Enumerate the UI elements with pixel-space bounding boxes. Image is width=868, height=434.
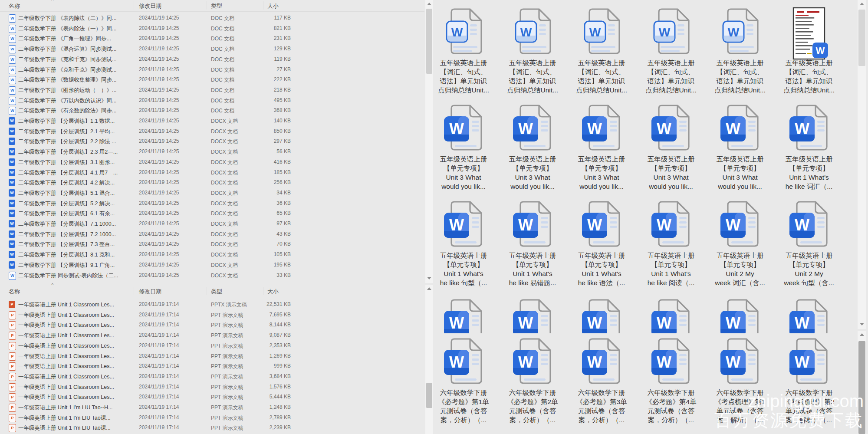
column-header-name[interactable]: 名称 <box>9 2 20 10</box>
file-modified-date: 2024/11/19 17:14 <box>139 342 200 349</box>
column-header-date-modified[interactable]: 修改日期 <box>139 288 161 296</box>
file-row[interactable]: P 一年级英语上册 Unit 1 Classroom Les... 2024/1… <box>0 310 424 320</box>
file-row[interactable]: W 二年级数学下册 【分层训练】4.1 用7—... 2024/11/19 14… <box>0 168 424 178</box>
scroll-up-icon[interactable] <box>860 333 864 336</box>
file-row[interactable]: W 二年级数学下册 【分层训练】2.3 用2—... 2024/11/19 14… <box>0 147 424 157</box>
file-size: 999 KB <box>238 363 291 369</box>
sort-ascending-icon: ^ <box>51 0 54 3</box>
column-header-size[interactable]: 大小 <box>267 288 279 296</box>
file-modified-date: 2024/11/19 14:25 <box>139 66 200 72</box>
file-size: 105 KB <box>238 251 291 257</box>
file-modified-date: 2024/11/19 14:25 <box>139 128 200 134</box>
file-row[interactable]: W 二年级数学下册 【分层训练】8.1 克和... 2024/11/19 14:… <box>0 250 424 260</box>
file-name: 二年级数学下册 《表内除法（一）》同... <box>18 25 137 33</box>
word-docx-solid-icon: W <box>776 337 842 385</box>
svg-text:W: W <box>587 216 602 234</box>
file-row[interactable]: P 一年级英语上册 Unit 1 Classroom Les... 2024/1… <box>0 299 424 310</box>
file-row[interactable]: W 二年级数学下册 【分层训练】7.3 整百... 2024/11/19 14:… <box>0 239 424 250</box>
column-divider[interactable] <box>263 287 263 295</box>
file-row[interactable]: P 一年级英语上册 Unit 1 Classroom Les... 2024/1… <box>0 351 424 362</box>
file-modified-date: 2024/11/19 14:25 <box>139 179 200 185</box>
file-row[interactable]: P 一年级英语上册 Unit 1 I'm LIU Tao课... 2024/11… <box>0 413 424 423</box>
column-header-size[interactable]: 大小 <box>267 2 279 10</box>
file-name: 二年级数学下册 【分层训练】3.1 图形... <box>18 159 137 166</box>
file-row[interactable]: W 二年级数学下册 《万以内数的认识》同... 2024/11/19 14:25… <box>0 95 424 106</box>
column-divider[interactable] <box>263 1 263 10</box>
svg-text:W: W <box>657 314 671 332</box>
file-row[interactable]: W 二年级数学下册 【分层训练】7.2 1000... 2024/11/19 1… <box>0 229 424 240</box>
file-name: 二年级数学下册 【分层训练】6.1 有余... <box>18 210 137 217</box>
file-row[interactable]: W 二年级数学下册 【分层训练】3.1 图形... 2024/11/19 14:… <box>0 157 424 168</box>
file-row[interactable]: P 一年级英语上册 Unit 1 Classroom Les... 2024/1… <box>0 330 424 341</box>
file-row[interactable]: P 一年级英语上册 Unit 1 Classroom Les... 2024/1… <box>0 341 424 351</box>
file-size: 34 KB <box>238 190 291 196</box>
file-row[interactable]: W 二年级数学下册 《广角—推理》同步... 2024/11/19 14:25 … <box>0 33 424 44</box>
file-name: 二年级数学下册 【分层训练】8.1 克和... <box>18 251 137 259</box>
file-size: 119 KB <box>238 56 291 62</box>
file-row[interactable]: P 一年级英语上册 Unit 1 I'm LIU Tao--H... 2024/… <box>0 402 424 413</box>
file-row[interactable]: P 一年级英语上册 Unit 1 Classroom Les... 2024/1… <box>0 372 424 382</box>
file-name: 二年级数学下册 《图形的运动（一）》... <box>18 87 137 94</box>
right-scrollbar-bottom[interactable] <box>858 331 866 434</box>
column-divider[interactable] <box>207 287 207 295</box>
file-row[interactable]: W 二年级数学下册 【分层训练】7.1 1000... 2024/11/19 1… <box>0 219 424 229</box>
file-modified-date: 2024/11/19 17:14 <box>139 414 200 421</box>
file-label: 五年级英语上册【词汇、句式、语法】单元知识点归纳总结Unit... <box>636 58 706 95</box>
column-header-date-modified[interactable]: 修改日期 <box>139 2 161 10</box>
file-row[interactable]: W 二年级数学下册 【分层训练】4.2 解决... 2024/11/19 14:… <box>0 178 424 188</box>
ppt-outline-icon: P <box>9 332 16 340</box>
file-row[interactable]: W 二年级数学下册 《表内除法（二）》同... 2024/11/19 14:25… <box>0 13 424 23</box>
column-header-name[interactable]: 名称 <box>9 288 20 296</box>
file-label: 五年级英语上册【单元专项】Unit 1 What'she like 词汇（... <box>774 155 844 191</box>
ppt-outline-icon: P <box>9 424 16 432</box>
file-size: 5,444 KB <box>238 394 291 400</box>
file-row[interactable]: W 二年级数学下册 【分层训练】1.1 数据... 2024/11/19 14:… <box>0 116 424 126</box>
file-row[interactable]: W 二年级数学下册 《有余数的除法》同步... 2024/11/19 14:25… <box>0 105 424 116</box>
scrollbar-thumb[interactable] <box>858 341 865 434</box>
file-row[interactable]: W 二年级数学下册 【分层训练】2.2 除法 ... 2024/11/19 14… <box>0 136 424 147</box>
svg-text:W: W <box>795 216 809 234</box>
file-row[interactable]: W 二年级数学下册 【分层训练】9.1 广角... 2024/11/19 14:… <box>0 260 424 270</box>
file-row[interactable]: P 一年级英语上册 Unit 1 Classroom Les... 2024/1… <box>0 320 424 330</box>
file-row[interactable]: P 一年级英语上册 Unit 1 I'm LIU Tao课... 2024/11… <box>0 423 424 433</box>
file-row[interactable]: P 一年级英语上册 Unit 1 Classroom Les... 2024/1… <box>0 361 424 372</box>
word-doc-outline-icon: W <box>9 56 16 64</box>
svg-text:W: W <box>816 45 825 56</box>
file-row[interactable]: W 二年级数学下册 同步测试-表内除法（二... 2024/11/19 14:2… <box>0 270 424 281</box>
file-name: 一年级英语上册 Unit 1 Classroom Les... <box>18 384 137 391</box>
file-name: 二年级数学下册 【分层训练】1.1 数据... <box>18 118 137 125</box>
file-name: 二年级数学下册 【分层训练】9.1 广角... <box>18 262 137 269</box>
file-row[interactable]: W 二年级数学下册 《混合运算》同步测试... 2024/11/19 14:25… <box>0 44 424 54</box>
file-row[interactable]: W 二年级数学下册 【分层训练】2.1 平均... 2024/11/19 14:… <box>0 126 424 137</box>
file-size: 27 KB <box>238 66 291 72</box>
file-size: 2,789 KB <box>238 414 291 421</box>
scroll-up-icon[interactable] <box>860 3 864 5</box>
svg-text:W: W <box>451 26 463 39</box>
svg-text:W: W <box>795 120 809 138</box>
column-header-type[interactable]: 类型 <box>211 288 222 296</box>
column-divider[interactable] <box>134 287 134 295</box>
word-docx-solid-icon: W <box>9 230 15 238</box>
file-row[interactable]: W 二年级数学下册 【分层训练】6.1 有余... 2024/11/19 14:… <box>0 208 424 219</box>
scroll-down-icon[interactable] <box>860 323 864 326</box>
file-row[interactable]: P 一年级英语上册 Unit 1 Classroom Les... 2024/1… <box>0 382 424 392</box>
file-size: 1,248 KB <box>238 404 291 410</box>
file-row[interactable]: W 二年级数学下册 【分层训练】5.2 解决... 2024/11/19 14:… <box>0 198 424 209</box>
scrollbar-thumb[interactable] <box>858 10 865 66</box>
file-row[interactable]: W 二年级数学下册 【分层训练】5.1 混合... 2024/11/19 14:… <box>0 188 424 198</box>
column-header-type[interactable]: 类型 <box>211 2 222 10</box>
file-modified-date: 2024/11/19 17:14 <box>139 322 200 328</box>
file-row[interactable]: P 一年级英语上册 Unit 1 Classroom Les... 2024/1… <box>0 392 424 402</box>
file-row[interactable]: W 二年级数学下册 《表内除法（一）》同... 2024/11/19 14:25… <box>0 23 424 34</box>
column-divider[interactable] <box>207 1 207 10</box>
file-row[interactable]: W 二年级数学下册 《数据收集整理》同步... 2024/11/19 14:25… <box>0 75 424 85</box>
file-name: 二年级数学下册 《数据收集整理》同步... <box>18 76 137 84</box>
right-scrollbar-top[interactable] <box>858 0 866 329</box>
file-row[interactable]: W 二年级数学下册 《图形的运动（一）》... 2024/11/19 14:25… <box>0 85 424 95</box>
column-divider[interactable] <box>134 1 134 10</box>
file-label: 五年级英语上册【单元专项】Unit 3 Whatwould you lik... <box>497 155 568 191</box>
word-docx-solid-icon: W <box>638 200 704 248</box>
file-row[interactable]: W 二年级数学下册 《克和千克》同步测试... 2024/11/19 14:25… <box>0 54 424 65</box>
file-modified-date: 2024/11/19 14:25 <box>139 46 200 52</box>
file-row[interactable]: W 二年级数学下册 《克和千克》同步测试... 2024/11/19 14:25… <box>0 65 424 75</box>
